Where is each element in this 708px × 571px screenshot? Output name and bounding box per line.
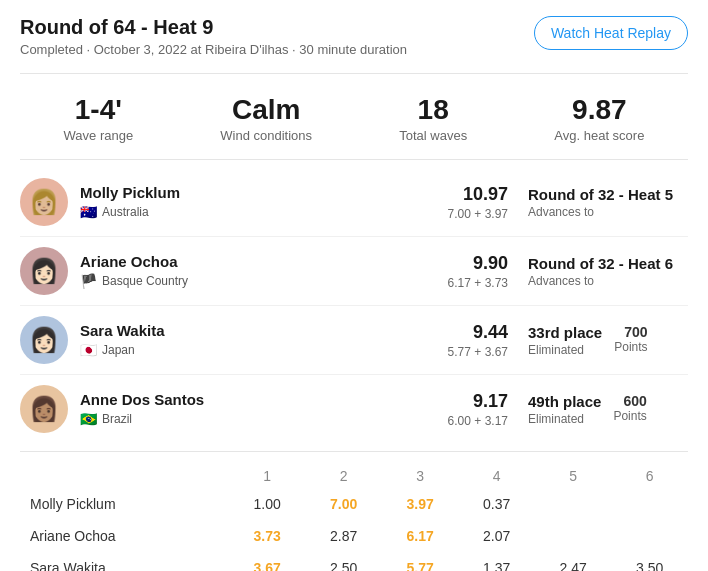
- table-athlete-name: Sara Wakita: [20, 552, 229, 571]
- result-right: Round of 32 - Heat 5 Advances to: [528, 186, 688, 219]
- athlete-name: Ariane Ochoa: [80, 253, 448, 270]
- wave-score-cell: 3.50: [611, 552, 688, 571]
- wave-scores: 5.77 + 3.67: [448, 345, 508, 359]
- athlete-score-block: 9.90 6.17 + 3.73: [448, 253, 508, 290]
- avg-score-label: Avg. heat score: [554, 128, 644, 143]
- wave-score-cell: 2.47: [535, 552, 612, 571]
- country-name: Brazil: [102, 412, 132, 426]
- wave-scores-table: 1 2 3 4 5 6 Molly Picklum1.007.003.970.3…: [20, 452, 688, 571]
- athlete-result-block: 33rd place Eliminated 700 Points: [528, 324, 688, 357]
- page-header: Round of 64 - Heat 9 Completed · October…: [20, 16, 688, 74]
- avatar: 👩🏻: [20, 247, 68, 295]
- athlete-name: Anne Dos Santos: [80, 391, 448, 408]
- result-sub: Eliminated: [528, 412, 601, 426]
- wave-score-cell: 3.97: [382, 488, 459, 520]
- wave-scores: 7.00 + 3.97: [448, 207, 508, 221]
- athlete-name: Sara Wakita: [80, 322, 448, 339]
- wave-score-cell: 7.00: [305, 488, 382, 520]
- result-right: Round of 32 - Heat 6 Advances to: [528, 255, 688, 288]
- athlete-row: 👩🏻 Sara Wakita 🇯🇵 Japan 9.44 5.77 + 3.67…: [20, 306, 688, 375]
- stat-avg-score: 9.87 Avg. heat score: [554, 94, 644, 143]
- athlete-country: 🇧🇷 Brazil: [80, 411, 448, 427]
- flag-icon: 🇦🇺: [80, 204, 97, 220]
- athlete-info: Sara Wakita 🇯🇵 Japan: [80, 322, 448, 358]
- stat-wind: Calm Wind conditions: [220, 94, 312, 143]
- athlete-info: Molly Picklum 🇦🇺 Australia: [80, 184, 448, 220]
- country-name: Japan: [102, 343, 135, 357]
- points-block: 600 Points: [613, 393, 646, 423]
- athlete-country: 🇯🇵 Japan: [80, 342, 448, 358]
- col-5: 5: [535, 464, 612, 488]
- total-waves-value: 18: [399, 94, 467, 126]
- wave-score-cell: 2.50: [305, 552, 382, 571]
- stats-row: 1-4' Wave range Calm Wind conditions 18 …: [20, 74, 688, 160]
- col-3: 3: [382, 464, 459, 488]
- avatar: 👩🏼: [20, 178, 68, 226]
- athlete-score-block: 9.44 5.77 + 3.67: [448, 322, 508, 359]
- wave-score-cell: 2.87: [305, 520, 382, 552]
- wave-score-cell: 2.07: [458, 520, 535, 552]
- avatar: 👩🏽: [20, 385, 68, 433]
- result-info: 33rd place Eliminated: [528, 324, 602, 357]
- total-score: 10.97: [448, 184, 508, 205]
- result-points: 700: [614, 324, 647, 340]
- wave-score-cell: 5.77: [382, 552, 459, 571]
- table-athlete-name: Molly Picklum: [20, 488, 229, 520]
- flag-icon: 🇧🇷: [80, 411, 97, 427]
- col-1: 1: [229, 464, 306, 488]
- result-sub: Advances to: [528, 274, 673, 288]
- country-name: Basque Country: [102, 274, 188, 288]
- result-info: 49th place Eliminated: [528, 393, 601, 426]
- points-label: Points: [613, 409, 646, 423]
- separator2: at: [191, 42, 205, 57]
- athlete-row: 👩🏻 Ariane Ochoa 🏴 Basque Country 9.90 6.…: [20, 237, 688, 306]
- wind-value: Calm: [220, 94, 312, 126]
- wave-score-cell: 1.00: [229, 488, 306, 520]
- result-sub: Advances to: [528, 205, 673, 219]
- flag-icon: 🏴: [80, 273, 97, 289]
- result-info: Round of 32 - Heat 5 Advances to: [528, 186, 673, 219]
- wave-score-cell: [611, 520, 688, 552]
- result-title: Round of 32 - Heat 5: [528, 186, 673, 203]
- wave-score-cell: 1.37: [458, 552, 535, 571]
- watch-replay-button[interactable]: Watch Heat Replay: [534, 16, 688, 50]
- separator: ·: [87, 42, 94, 57]
- result-info: Round of 32 - Heat 6 Advances to: [528, 255, 673, 288]
- wave-score-cell: 3.67: [229, 552, 306, 571]
- stat-total-waves: 18 Total waves: [399, 94, 467, 143]
- col-6: 6: [611, 464, 688, 488]
- result-title: 33rd place: [528, 324, 602, 341]
- table-row: Molly Picklum1.007.003.970.37: [20, 488, 688, 520]
- header-left: Round of 64 - Heat 9 Completed · October…: [20, 16, 407, 57]
- wave-score-cell: [535, 488, 612, 520]
- table-row: Ariane Ochoa3.732.876.172.07: [20, 520, 688, 552]
- total-score: 9.44: [448, 322, 508, 343]
- avg-score-value: 9.87: [554, 94, 644, 126]
- total-score: 9.90: [448, 253, 508, 274]
- result-right: 33rd place Eliminated 700 Points: [528, 324, 688, 357]
- result-right: 49th place Eliminated 600 Points: [528, 393, 688, 426]
- avatar: 👩🏻: [20, 316, 68, 364]
- total-score: 9.17: [448, 391, 508, 412]
- wave-range-label: Wave range: [64, 128, 134, 143]
- wave-scores: 6.00 + 3.17: [448, 414, 508, 428]
- col-4: 4: [458, 464, 535, 488]
- heat-meta: Completed · October 3, 2022 at Ribeira D…: [20, 42, 407, 57]
- wave-score-cell: 6.17: [382, 520, 459, 552]
- athlete-info: Anne Dos Santos 🇧🇷 Brazil: [80, 391, 448, 427]
- table-header-row: 1 2 3 4 5 6: [20, 464, 688, 488]
- wave-score-cell: [611, 488, 688, 520]
- heat-duration: 30 minute duration: [299, 42, 407, 57]
- table-athlete-name: Ariane Ochoa: [20, 520, 229, 552]
- athlete-score-block: 10.97 7.00 + 3.97: [448, 184, 508, 221]
- wave-score-cell: [535, 520, 612, 552]
- athlete-result-block: Round of 32 - Heat 5 Advances to: [528, 186, 688, 219]
- col-athlete: [20, 464, 229, 488]
- athlete-row: 👩🏼 Molly Picklum 🇦🇺 Australia 10.97 7.00…: [20, 168, 688, 237]
- wave-score-cell: 3.73: [229, 520, 306, 552]
- athlete-result-block: Round of 32 - Heat 6 Advances to: [528, 255, 688, 288]
- athletes-section: 👩🏼 Molly Picklum 🇦🇺 Australia 10.97 7.00…: [20, 160, 688, 452]
- table-row: Sara Wakita3.672.505.771.372.473.50: [20, 552, 688, 571]
- heat-location: Ribeira D'ilhas: [205, 42, 288, 57]
- points-block: 700 Points: [614, 324, 647, 354]
